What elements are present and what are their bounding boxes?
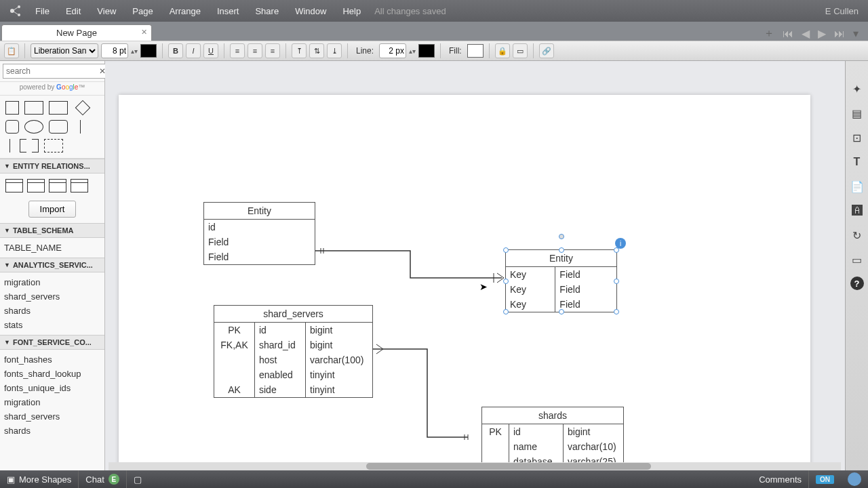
category-table-schema[interactable]: ▼TABLE_SCHEMA bbox=[0, 223, 104, 238]
resize-handle[interactable] bbox=[503, 247, 509, 253]
table-cell[interactable]: tinyint bbox=[306, 367, 372, 382]
group-button[interactable]: ▭ bbox=[513, 43, 528, 58]
table-cell[interactable]: varchar(100) bbox=[306, 352, 372, 367]
entity2-cell[interactable]: Key bbox=[506, 297, 555, 312]
menu-share[interactable]: Share bbox=[247, 6, 287, 16]
analytics-item[interactable]: migration bbox=[4, 275, 100, 289]
category-analytics[interactable]: ▼ANALYTICS_SERVIC... bbox=[0, 258, 104, 272]
font-select[interactable]: Liberation Sans bbox=[31, 43, 98, 58]
entity2-cell[interactable]: Field bbox=[555, 297, 616, 312]
entity2-table[interactable]: Entity KeyField KeyField KeyField i bbox=[505, 249, 617, 312]
resize-handle[interactable] bbox=[503, 309, 509, 314]
page-tab[interactable]: New Page ✕ bbox=[1, 24, 152, 41]
font-item[interactable]: migration bbox=[4, 395, 100, 409]
line-color-swatch[interactable] bbox=[418, 44, 435, 58]
menu-file[interactable]: File bbox=[27, 6, 58, 16]
entity2-cell[interactable]: Key bbox=[506, 267, 555, 282]
present-icon[interactable]: ▭ bbox=[850, 252, 865, 267]
table-cell[interactable]: PK bbox=[482, 424, 509, 439]
table-cell[interactable]: FK,AK bbox=[214, 338, 255, 352]
info-icon[interactable]: i bbox=[615, 238, 626, 249]
menu-window[interactable]: Window bbox=[287, 6, 334, 16]
table-cell[interactable]: PK bbox=[214, 323, 255, 338]
shape-vline[interactable] bbox=[80, 120, 81, 134]
align-left-button[interactable]: ≡ bbox=[230, 43, 245, 58]
valign-top-button[interactable]: ⤒ bbox=[292, 43, 307, 58]
table-cell[interactable]: AK bbox=[214, 382, 255, 397]
import-button[interactable]: Import bbox=[28, 201, 77, 218]
scrollbar-thumb[interactable] bbox=[366, 463, 651, 470]
size-stepper-icon[interactable]: ▴▾ bbox=[131, 47, 138, 55]
table-cell[interactable] bbox=[214, 367, 255, 382]
shape-vline2[interactable] bbox=[9, 139, 10, 152]
menu-page[interactable]: Page bbox=[124, 6, 161, 16]
tab-menu-icon[interactable]: ▾ bbox=[849, 27, 863, 40]
valign-bottom-button[interactable]: ⤓ bbox=[327, 43, 342, 58]
menu-view[interactable]: View bbox=[89, 6, 124, 16]
shape-rect-wide[interactable] bbox=[49, 101, 68, 115]
shape-bracket-l[interactable] bbox=[20, 139, 26, 152]
resize-handle[interactable] bbox=[614, 279, 619, 284]
table-cell[interactable]: side bbox=[255, 382, 306, 397]
shard-servers-table[interactable]: shard_servers PKidbigint FK,AKshard_idbi… bbox=[214, 305, 373, 398]
navigator-icon[interactable]: ✦ bbox=[850, 81, 865, 96]
table-cell[interactable]: bigint bbox=[306, 338, 372, 352]
line-stepper-icon[interactable]: ▴▾ bbox=[409, 47, 416, 55]
publish-icon[interactable] bbox=[841, 472, 868, 486]
er-shape-2[interactable] bbox=[27, 179, 45, 192]
masters-icon[interactable]: ⊡ bbox=[850, 130, 865, 145]
comments-button[interactable]: Comments bbox=[752, 474, 808, 485]
line-width-input[interactable] bbox=[379, 43, 406, 58]
resize-handle[interactable] bbox=[559, 309, 564, 314]
italic-button[interactable]: I bbox=[186, 43, 201, 58]
align-center-button[interactable]: ≡ bbox=[248, 43, 262, 58]
table-cell[interactable]: id bbox=[509, 424, 564, 439]
table-cell[interactable]: id bbox=[255, 323, 306, 338]
rotate-handle[interactable] bbox=[559, 234, 564, 239]
history-icon[interactable]: ↻ bbox=[850, 228, 865, 243]
er-shape-1[interactable] bbox=[5, 179, 23, 192]
align-right-button[interactable]: ≡ bbox=[265, 43, 280, 58]
theme-icon[interactable]: 🅰 bbox=[850, 203, 865, 218]
schema-item[interactable]: TABLE_NAME bbox=[4, 241, 100, 255]
shape-ellipse[interactable] bbox=[24, 120, 43, 134]
help-icon[interactable]: ? bbox=[850, 277, 864, 290]
er-shape-3[interactable] bbox=[49, 179, 66, 192]
valign-middle-button[interactable]: ⇅ bbox=[309, 43, 324, 58]
table-cell[interactable]: bigint bbox=[306, 323, 372, 338]
tab-close-icon[interactable]: ✕ bbox=[141, 28, 147, 37]
shape-container[interactable] bbox=[44, 139, 63, 152]
resize-handle[interactable] bbox=[559, 247, 564, 253]
resize-handle[interactable] bbox=[614, 309, 619, 314]
er-shape-4[interactable] bbox=[71, 179, 88, 192]
paste-style-button[interactable]: 📋 bbox=[4, 43, 19, 58]
analytics-item[interactable]: stats bbox=[4, 318, 100, 332]
font-item[interactable]: fonts_unique_ids bbox=[4, 381, 100, 395]
nav-first-icon[interactable]: ⏮ bbox=[778, 28, 797, 40]
entity2-cell[interactable]: Key bbox=[506, 282, 555, 297]
table-cell[interactable]: enabled bbox=[255, 367, 306, 382]
entity1-row[interactable]: id bbox=[204, 220, 315, 235]
sharing-toggle[interactable]: ON bbox=[809, 475, 841, 484]
lock-button[interactable]: 🔒 bbox=[495, 43, 510, 58]
menu-insert[interactable]: Insert bbox=[209, 6, 248, 16]
table-cell[interactable]: tinyint bbox=[306, 382, 372, 397]
nav-last-icon[interactable]: ⏭ bbox=[830, 28, 849, 40]
font-item[interactable]: shards bbox=[4, 424, 100, 438]
text-color-swatch[interactable] bbox=[140, 44, 157, 58]
shape-diamond[interactable] bbox=[75, 100, 91, 116]
font-item[interactable]: font_hashes bbox=[4, 352, 100, 367]
menu-help[interactable]: Help bbox=[334, 6, 369, 16]
table-cell[interactable]: varchar(10) bbox=[564, 439, 623, 454]
font-size-input[interactable] bbox=[101, 43, 128, 58]
horizontal-scrollbar[interactable] bbox=[108, 462, 841, 470]
category-entity-relations[interactable]: ▼ENTITY RELATIONS... bbox=[0, 159, 104, 174]
shape-rect[interactable] bbox=[24, 101, 43, 115]
present-button[interactable]: ▢ bbox=[127, 474, 149, 485]
fill-color-swatch[interactable] bbox=[467, 44, 484, 58]
entity1-row[interactable]: Field bbox=[204, 249, 315, 264]
menu-edit[interactable]: Edit bbox=[58, 6, 89, 16]
nav-prev-icon[interactable]: ◀ bbox=[797, 27, 814, 40]
bold-button[interactable]: B bbox=[168, 43, 183, 58]
table-cell[interactable]: name bbox=[509, 439, 564, 454]
